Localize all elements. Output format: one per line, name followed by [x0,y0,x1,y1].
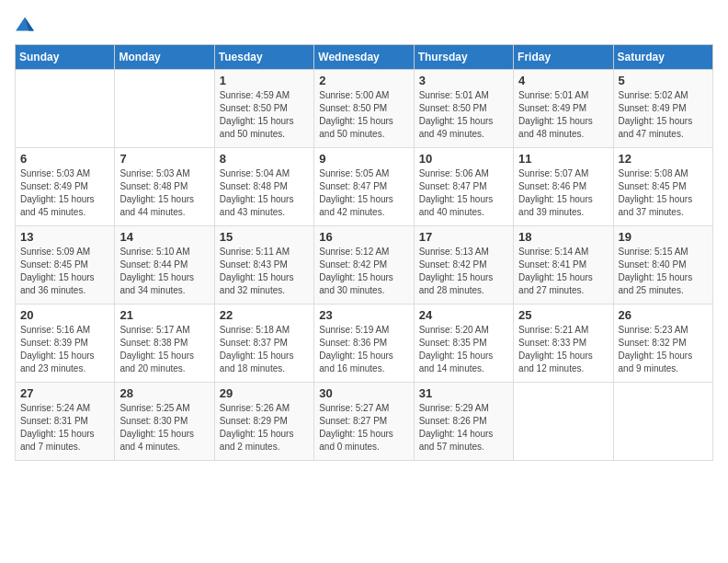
day-info: Sunrise: 5:13 AM Sunset: 8:42 PM Dayligh… [419,246,508,297]
calendar-header-row: SundayMondayTuesdayWednesdayThursdayFrid… [16,45,713,70]
calendar-cell: 2Sunrise: 5:00 AM Sunset: 8:50 PM Daylig… [314,70,414,148]
header-friday: Friday [514,45,613,70]
day-info: Sunrise: 5:06 AM Sunset: 8:47 PM Dayligh… [419,167,508,219]
day-info: Sunrise: 4:59 AM Sunset: 8:50 PM Dayligh… [220,89,309,141]
calendar-cell: 10Sunrise: 5:06 AM Sunset: 8:47 PM Dayli… [414,148,513,226]
day-info: Sunrise: 5:26 AM Sunset: 8:29 PM Dayligh… [220,402,309,454]
day-number: 30 [319,386,408,400]
calendar-table: SundayMondayTuesdayWednesdayThursdayFrid… [15,44,713,461]
day-number: 26 [619,308,708,322]
logo [15,15,39,35]
calendar-cell: 23Sunrise: 5:19 AM Sunset: 8:36 PM Dayli… [314,304,414,383]
day-info: Sunrise: 5:02 AM Sunset: 8:49 PM Dayligh… [619,89,708,141]
calendar-cell: 8Sunrise: 5:04 AM Sunset: 8:48 PM Daylig… [214,148,313,226]
page-header [15,15,713,35]
day-number: 21 [119,308,209,322]
logo-icon [15,15,35,35]
day-number: 11 [518,152,608,166]
calendar-cell: 16Sunrise: 5:12 AM Sunset: 8:42 PM Dayli… [314,226,414,304]
day-info: Sunrise: 5:29 AM Sunset: 8:26 PM Dayligh… [419,402,508,454]
calendar-cell: 18Sunrise: 5:14 AM Sunset: 8:41 PM Dayli… [514,226,613,304]
calendar-cell: 29Sunrise: 5:26 AM Sunset: 8:29 PM Dayli… [214,383,313,461]
calendar-cell: 25Sunrise: 5:21 AM Sunset: 8:33 PM Dayli… [514,304,613,383]
day-number: 10 [419,152,508,166]
day-info: Sunrise: 5:17 AM Sunset: 8:38 PM Dayligh… [119,324,209,375]
calendar-cell: 4Sunrise: 5:01 AM Sunset: 8:49 PM Daylig… [514,70,613,148]
week-row-0: 1Sunrise: 4:59 AM Sunset: 8:50 PM Daylig… [16,70,713,148]
calendar-cell: 20Sunrise: 5:16 AM Sunset: 8:39 PM Dayli… [16,304,115,383]
calendar-cell: 15Sunrise: 5:11 AM Sunset: 8:43 PM Dayli… [214,226,313,304]
day-info: Sunrise: 5:00 AM Sunset: 8:50 PM Dayligh… [319,89,408,141]
week-row-4: 27Sunrise: 5:24 AM Sunset: 8:31 PM Dayli… [16,383,713,461]
week-row-2: 13Sunrise: 5:09 AM Sunset: 8:45 PM Dayli… [16,226,713,304]
day-number: 6 [20,152,109,166]
calendar-cell [613,383,712,461]
day-number: 4 [518,74,608,87]
day-number: 5 [619,74,708,87]
week-row-3: 20Sunrise: 5:16 AM Sunset: 8:39 PM Dayli… [16,304,713,383]
header-wednesday: Wednesday [314,45,414,70]
day-number: 31 [419,386,508,400]
day-info: Sunrise: 5:16 AM Sunset: 8:39 PM Dayligh… [20,324,109,375]
calendar-cell: 3Sunrise: 5:01 AM Sunset: 8:50 PM Daylig… [414,70,513,148]
day-number: 8 [220,152,309,166]
day-info: Sunrise: 5:23 AM Sunset: 8:32 PM Dayligh… [619,324,708,375]
day-info: Sunrise: 5:12 AM Sunset: 8:42 PM Dayligh… [319,246,408,297]
calendar-cell: 19Sunrise: 5:15 AM Sunset: 8:40 PM Dayli… [613,226,712,304]
day-number: 25 [518,308,608,322]
calendar-cell [514,383,613,461]
calendar-cell: 11Sunrise: 5:07 AM Sunset: 8:46 PM Dayli… [514,148,613,226]
day-number: 20 [20,308,109,322]
calendar-cell: 1Sunrise: 4:59 AM Sunset: 8:50 PM Daylig… [214,70,313,148]
day-info: Sunrise: 5:09 AM Sunset: 8:45 PM Dayligh… [20,246,109,297]
calendar-cell: 17Sunrise: 5:13 AM Sunset: 8:42 PM Dayli… [414,226,513,304]
calendar-cell: 22Sunrise: 5:18 AM Sunset: 8:37 PM Dayli… [214,304,313,383]
day-info: Sunrise: 5:14 AM Sunset: 8:41 PM Dayligh… [518,246,608,297]
day-info: Sunrise: 5:03 AM Sunset: 8:49 PM Dayligh… [20,167,109,219]
day-info: Sunrise: 5:04 AM Sunset: 8:48 PM Dayligh… [220,167,309,219]
day-number: 17 [419,230,508,244]
day-info: Sunrise: 5:25 AM Sunset: 8:30 PM Dayligh… [119,402,209,454]
header-tuesday: Tuesday [214,45,313,70]
calendar-cell: 30Sunrise: 5:27 AM Sunset: 8:27 PM Dayli… [314,383,414,461]
day-info: Sunrise: 5:20 AM Sunset: 8:35 PM Dayligh… [419,324,508,375]
calendar-cell: 27Sunrise: 5:24 AM Sunset: 8:31 PM Dayli… [16,383,115,461]
day-number: 16 [319,230,408,244]
calendar-cell: 6Sunrise: 5:03 AM Sunset: 8:49 PM Daylig… [16,148,115,226]
calendar-cell: 24Sunrise: 5:20 AM Sunset: 8:35 PM Dayli… [414,304,513,383]
day-number: 1 [220,74,309,87]
calendar-cell: 14Sunrise: 5:10 AM Sunset: 8:44 PM Dayli… [115,226,214,304]
header-saturday: Saturday [613,45,712,70]
day-number: 14 [119,230,209,244]
day-info: Sunrise: 5:01 AM Sunset: 8:49 PM Dayligh… [518,89,608,141]
day-info: Sunrise: 5:08 AM Sunset: 8:45 PM Dayligh… [619,167,708,219]
day-info: Sunrise: 5:15 AM Sunset: 8:40 PM Dayligh… [619,246,708,297]
calendar-cell [115,70,214,148]
header-monday: Monday [115,45,214,70]
day-number: 13 [20,230,109,244]
day-number: 27 [20,386,109,400]
day-number: 28 [119,386,209,400]
calendar-cell: 28Sunrise: 5:25 AM Sunset: 8:30 PM Dayli… [115,383,214,461]
day-number: 3 [419,74,508,87]
calendar-cell: 12Sunrise: 5:08 AM Sunset: 8:45 PM Dayli… [613,148,712,226]
day-info: Sunrise: 5:27 AM Sunset: 8:27 PM Dayligh… [319,402,408,454]
day-number: 18 [518,230,608,244]
calendar-cell: 7Sunrise: 5:03 AM Sunset: 8:48 PM Daylig… [115,148,214,226]
day-number: 15 [220,230,309,244]
day-info: Sunrise: 5:18 AM Sunset: 8:37 PM Dayligh… [220,324,309,375]
day-number: 23 [319,308,408,322]
day-number: 24 [419,308,508,322]
calendar-cell: 5Sunrise: 5:02 AM Sunset: 8:49 PM Daylig… [613,70,712,148]
day-info: Sunrise: 5:19 AM Sunset: 8:36 PM Dayligh… [319,324,408,375]
calendar-cell [16,70,115,148]
day-info: Sunrise: 5:10 AM Sunset: 8:44 PM Dayligh… [119,246,209,297]
calendar-cell: 9Sunrise: 5:05 AM Sunset: 8:47 PM Daylig… [314,148,414,226]
day-number: 22 [220,308,309,322]
day-info: Sunrise: 5:01 AM Sunset: 8:50 PM Dayligh… [419,89,508,141]
calendar-cell: 26Sunrise: 5:23 AM Sunset: 8:32 PM Dayli… [613,304,712,383]
day-info: Sunrise: 5:03 AM Sunset: 8:48 PM Dayligh… [119,167,209,219]
day-number: 2 [319,74,408,87]
day-number: 7 [119,152,209,166]
week-row-1: 6Sunrise: 5:03 AM Sunset: 8:49 PM Daylig… [16,148,713,226]
